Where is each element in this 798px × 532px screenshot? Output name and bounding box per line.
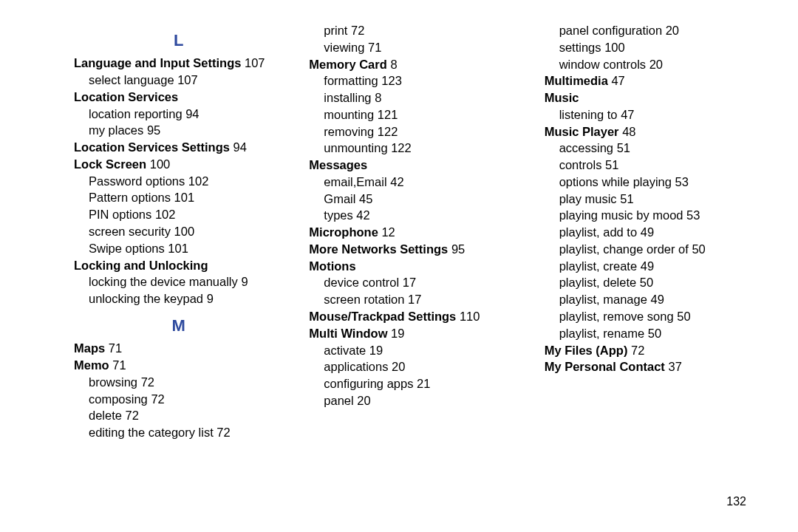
index-entry: Location Services — [74, 89, 283, 106]
index-page-ref: 50 — [648, 327, 661, 340]
page-number: 132 — [726, 495, 746, 508]
index-subentry: activate 19 — [309, 342, 518, 359]
index-topic: Memory Card — [309, 58, 386, 71]
subentry-label: listening to — [559, 108, 618, 121]
index-page-ref: 19 — [369, 344, 383, 357]
index-subentry: configuring apps 21 — [309, 375, 518, 392]
column-3: panel configuration 20 settings 100 wind… — [545, 22, 754, 441]
index-page-ref: 51 — [620, 192, 633, 205]
index-entry: Multi Window 19 — [309, 325, 518, 342]
index-subentry: email,Email 42 — [309, 174, 518, 191]
index-page-ref: 101 — [168, 242, 188, 255]
subentry-label: window controls — [559, 58, 646, 71]
index-page-ref: 102 — [155, 208, 176, 221]
index-entry: Lock Screen 100 — [74, 156, 283, 173]
column-1: L Language and Input Settings 107 select… — [74, 22, 283, 441]
index-page-ref: 72 — [631, 344, 644, 357]
column-2: print 72 viewing 71 Memory Card 8 format… — [309, 22, 518, 441]
index-subentry: screen security 100 — [74, 223, 283, 240]
index-entry: Locking and Unlocking — [74, 257, 283, 274]
index-subentry: formatting 123 — [309, 72, 518, 89]
index-subentry: playlist, add to 49 — [545, 224, 754, 241]
subentry-label: email,Email — [324, 175, 386, 188]
index-page-ref: 102 — [188, 174, 209, 188]
index-page-ref: 17 — [408, 293, 421, 306]
subentry-label: playlist, create — [559, 259, 637, 273]
index-topic: Lock Screen — [74, 157, 146, 171]
index-topic: Multi Window — [309, 327, 387, 340]
index-topic: Music Player — [545, 125, 619, 138]
subentry-label: Password options — [89, 174, 185, 188]
subentry-label: screen security — [89, 225, 171, 238]
index-subentry: viewing 71 — [309, 39, 518, 56]
subentry-label: location reporting — [89, 107, 183, 120]
index-subentry: accessing 51 — [545, 140, 754, 157]
index-page-ref: 121 — [378, 108, 398, 121]
section-letter-l: L — [74, 30, 283, 52]
index-subentry: types 42 — [309, 207, 518, 224]
subentry-label: Gmail — [324, 192, 355, 205]
index-page-ref: 72 — [216, 426, 230, 439]
index-page-ref: 19 — [391, 327, 404, 340]
index-page-ref: 110 — [460, 310, 480, 323]
subentry-label: accessing — [559, 141, 613, 154]
index-subentry: Gmail 45 — [309, 191, 518, 208]
index-entry: Microphone 12 — [309, 224, 518, 241]
subentry-label: configuring apps — [324, 377, 413, 390]
index-subentry: editing the category list 72 — [74, 424, 283, 441]
index-page-ref: 9 — [241, 275, 248, 288]
index-entry: More Networks Settings 95 — [309, 241, 518, 258]
subentry-label: settings — [559, 41, 601, 54]
index-subentry: screen rotation 17 — [309, 291, 518, 308]
index-subentry: PIN options 102 — [74, 206, 283, 223]
index-subentry: applications 20 — [309, 358, 518, 375]
index-page-ref: 122 — [378, 125, 398, 138]
index-page-ref: 21 — [417, 377, 430, 390]
index-page-ref: 37 — [668, 360, 681, 373]
subentry-label: playlist, delete — [559, 276, 637, 289]
index-page-ref: 20 — [666, 24, 679, 37]
index-subentry: Password options 102 — [74, 173, 283, 190]
index-page-ref: 94 — [233, 140, 247, 154]
subentry-label: PIN options — [89, 208, 151, 221]
subentry-label: activate — [324, 344, 366, 357]
index-topic: Microphone — [309, 225, 378, 239]
index-page-ref: 72 — [141, 375, 154, 389]
index-page-ref: 72 — [151, 392, 164, 406]
index-page-ref: 42 — [356, 208, 369, 222]
index-topic: More Networks Settings — [309, 242, 448, 256]
index-subentry: panel configuration 20 — [545, 22, 754, 39]
index-page-ref: 100 — [604, 41, 625, 54]
index-entry: Multimedia 47 — [545, 72, 754, 89]
subentry-label: panel — [324, 394, 353, 407]
index-entry: My Files (App) 72 — [545, 342, 754, 359]
subentry-label: browsing — [89, 375, 137, 389]
index-page-ref: 50 — [640, 276, 653, 289]
index-subentry: delete 72 — [74, 407, 283, 424]
subentry-label: delete — [89, 409, 122, 422]
index-subentry: my places 95 — [74, 122, 283, 139]
subentry-label: formatting — [324, 74, 378, 87]
index-subentry: controls 51 — [545, 157, 754, 174]
subentry-label: print — [324, 24, 347, 37]
index-subentry: mounting 121 — [309, 106, 518, 123]
index-page-ref: 8 — [375, 91, 381, 104]
index-page-ref: 51 — [605, 158, 618, 171]
index-page-ref: 107 — [177, 73, 198, 86]
index-page-ref: 17 — [403, 276, 416, 289]
subentry-label: editing the category list — [89, 426, 214, 439]
subentry-label: viewing — [324, 41, 364, 54]
index-page-ref: 72 — [126, 409, 139, 422]
subentry-label: select language — [89, 73, 174, 86]
subentry-label: removing — [324, 125, 374, 138]
index-page-ref: 20 — [392, 360, 405, 373]
index-subentry: Pattern options 101 — [74, 189, 283, 206]
index-page-ref: 8 — [390, 58, 397, 71]
index-topic: Maps — [74, 341, 105, 355]
index-page-ref: 49 — [641, 225, 654, 239]
index-page-ref: 53 — [675, 175, 689, 188]
section-letter-m: M — [74, 315, 283, 337]
subentry-label: installing — [324, 91, 371, 104]
index-page-ref: 95 — [451, 242, 465, 256]
index-subentry: listening to 47 — [545, 106, 754, 123]
